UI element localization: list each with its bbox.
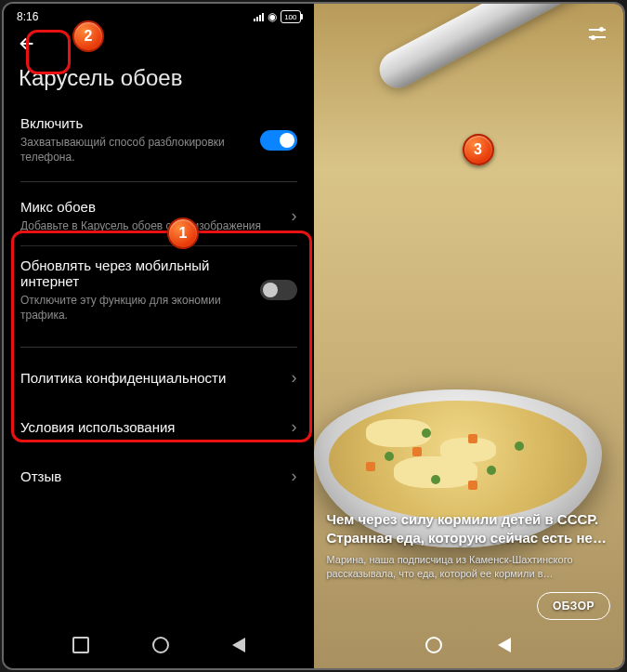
mobile-title: Обновлять через мобильный интернет — [20, 257, 249, 289]
status-time: 8:16 — [17, 10, 38, 23]
signal-icon — [254, 13, 264, 21]
nav-home-icon[interactable] — [425, 637, 442, 653]
android-navbar — [314, 627, 624, 663]
mix-sub: Добавьте в Карусель обоев свои изображен… — [20, 218, 281, 233]
privacy-label: Политика конфиденциальности — [20, 370, 226, 386]
android-navbar — [4, 627, 314, 663]
nav-home-icon[interactable] — [152, 637, 169, 653]
nav-recents-icon[interactable] — [72, 637, 89, 653]
article-title: Чем через силу кормили детей в СССР. Стр… — [327, 510, 611, 548]
mobile-sub: Отключите эту функцию для экономии трафи… — [20, 293, 249, 323]
tune-button[interactable] — [584, 20, 610, 46]
chevron-right-icon: › — [292, 368, 297, 388]
enable-title: Включить — [20, 115, 249, 131]
mobile-toggle[interactable] — [260, 280, 297, 300]
nav-back-icon[interactable] — [498, 638, 511, 652]
annotation-badge-3: 3 — [463, 134, 494, 165]
status-right: ◉ 100 — [254, 10, 300, 23]
battery-icon: 100 — [281, 10, 300, 23]
privacy-row[interactable]: Политика конфиденциальности › — [4, 353, 314, 402]
feedback-row[interactable]: Отзыв › — [4, 452, 314, 501]
settings-screen: 8:16 ◉ 100 Карусель обоев Включить Захва… — [4, 4, 314, 668]
article-sub: Марина, наша подписчица из Каменск-Шахти… — [327, 553, 611, 581]
annotation-badge-1: 1 — [167, 217, 199, 249]
chevron-right-icon: › — [292, 467, 297, 486]
enable-row[interactable]: Включить Захватывающий способ разблокиро… — [4, 104, 314, 176]
terms-label: Условия использования — [20, 419, 176, 435]
mobile-row[interactable]: Обновлять через мобильный интернет Отклю… — [4, 246, 314, 334]
review-button[interactable]: ОБЗОР — [537, 592, 610, 620]
status-bar: 8:16 ◉ 100 — [4, 4, 314, 26]
nav-back-icon[interactable] — [232, 638, 245, 652]
chevron-right-icon: › — [292, 417, 297, 437]
chevron-right-icon: › — [292, 206, 297, 226]
enable-sub: Захватывающий способ разблокировки телеф… — [20, 135, 249, 165]
wifi-icon: ◉ — [268, 10, 277, 23]
annotation-badge-2: 2 — [72, 20, 104, 52]
wallpaper-preview-screen: Чем через силу кормили детей в СССР. Стр… — [314, 4, 624, 668]
terms-row[interactable]: Условия использования › — [4, 402, 314, 452]
back-button[interactable] — [13, 30, 41, 58]
mix-title: Микс обоев — [20, 199, 281, 215]
feedback-label: Отзыв — [20, 468, 61, 484]
mix-row[interactable]: Микс обоев Добавьте в Карусель обоев сво… — [4, 188, 314, 244]
sliders-icon — [589, 27, 606, 40]
article-overlay: Чем через силу кормили детей в СССР. Стр… — [327, 510, 611, 620]
wallpaper-image — [373, 4, 623, 95]
enable-toggle[interactable] — [260, 130, 297, 151]
page-title: Карусель обоев — [4, 58, 314, 104]
